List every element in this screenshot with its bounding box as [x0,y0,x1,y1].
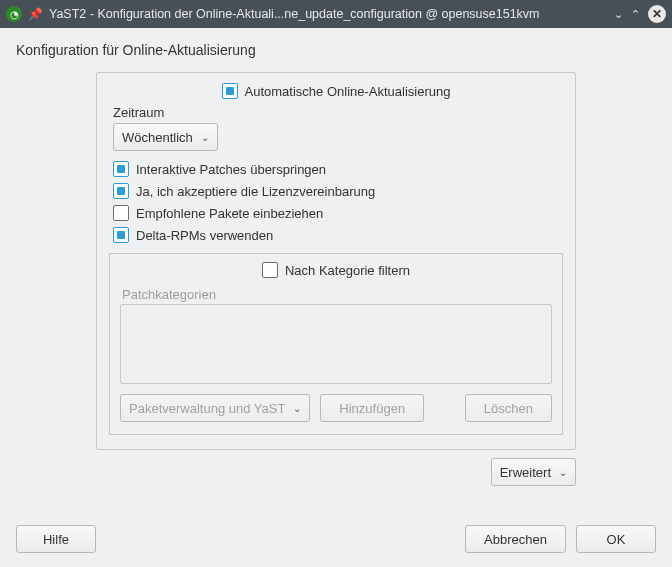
checkbox-icon [222,83,238,99]
close-icon[interactable]: ✕ [648,5,666,23]
advanced-menu[interactable]: Erweitert ⌄ [491,458,576,486]
advanced-label: Erweitert [500,465,551,480]
include-recommended-label: Empfohlene Pakete einbeziehen [136,206,323,221]
checkbox-icon [113,205,129,221]
period-combo[interactable]: Wöchentlich ⌄ [113,123,218,151]
dialog-footer: Hilfe Abbrechen OK [16,525,656,553]
auto-update-label: Automatische Online-Aktualisierung [245,84,451,99]
pin-icon[interactable]: 📌 [28,7,43,21]
filter-panel: Nach Kategorie filtern Patchkategorien P… [109,253,563,435]
period-value: Wöchentlich [122,130,193,145]
chevron-down-icon: ⌄ [293,403,301,414]
accept-license-checkbox[interactable]: Ja, ich akzeptiere die Lizenzvereinbarun… [113,183,563,199]
filter-category-label: Nach Kategorie filtern [285,263,410,278]
window-titlebar: ◔ 📌 YaST2 - Konfiguration der Online-Akt… [0,0,672,28]
patch-categories-list[interactable] [120,304,552,384]
skip-interactive-checkbox[interactable]: Interaktive Patches überspringen [113,161,563,177]
skip-interactive-label: Interaktive Patches überspringen [136,162,326,177]
add-button: Hinzufügen [320,394,424,422]
dialog-body: Konfiguration für Online-Aktualisierung … [0,28,672,498]
chevron-down-icon: ⌄ [201,132,209,143]
checkbox-icon [113,183,129,199]
app-icon: ◔ [6,6,22,22]
checkbox-icon [113,227,129,243]
window-title: YaST2 - Konfiguration der Online-Aktuali… [49,7,608,21]
category-value: Paketverwaltung und YaST [129,401,285,416]
use-delta-label: Delta-RPMs verwenden [136,228,273,243]
chevron-down-icon[interactable]: ⌄ [614,8,623,21]
checkbox-icon [113,161,129,177]
include-recommended-checkbox[interactable]: Empfohlene Pakete einbeziehen [113,205,563,221]
period-label: Zeitraum [113,105,563,120]
auto-update-checkbox[interactable]: Automatische Online-Aktualisierung [222,83,451,99]
patch-categories-label: Patchkategorien [122,287,552,302]
filter-category-checkbox[interactable]: Nach Kategorie filtern [262,262,410,278]
page-title: Konfiguration für Online-Aktualisierung [16,42,656,58]
delete-button: Löschen [465,394,552,422]
accept-license-label: Ja, ich akzeptiere die Lizenzvereinbarun… [136,184,375,199]
chevron-down-icon: ⌄ [559,467,567,478]
use-delta-checkbox[interactable]: Delta-RPMs verwenden [113,227,563,243]
ok-button[interactable]: OK [576,525,656,553]
checkbox-icon [262,262,278,278]
chevron-up-icon[interactable]: ⌃ [631,8,640,21]
cancel-button[interactable]: Abbrechen [465,525,566,553]
category-combo: Paketverwaltung und YaST ⌄ [120,394,310,422]
help-button[interactable]: Hilfe [16,525,96,553]
main-panel: Automatische Online-Aktualisierung Zeitr… [96,72,576,450]
